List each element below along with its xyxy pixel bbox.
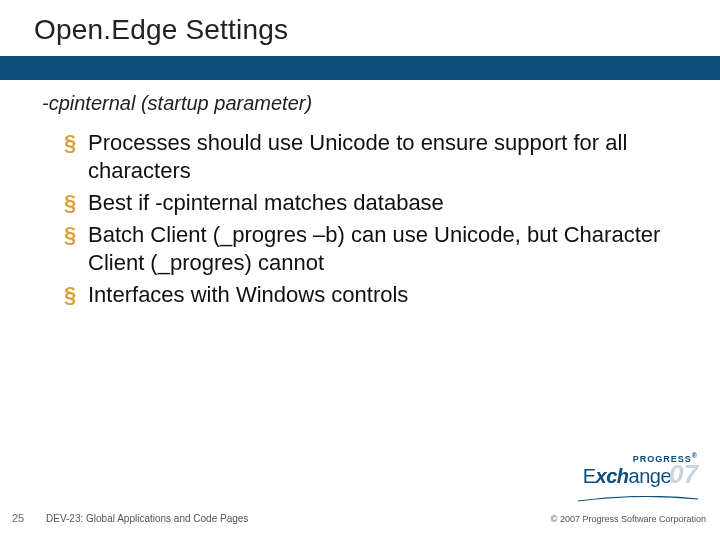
bullet-icon: § bbox=[64, 189, 88, 217]
logo-year: 07 bbox=[669, 464, 698, 484]
registered-icon: ® bbox=[692, 452, 698, 459]
title-area: Open.Edge Settings bbox=[0, 0, 720, 56]
bullet-text: Processes should use Unicode to ensure s… bbox=[88, 129, 676, 185]
list-item: § Batch Client (_progres –b) can use Uni… bbox=[64, 221, 676, 277]
bullet-icon: § bbox=[64, 221, 88, 249]
footer: PROGRESS® Exchange 07 25 DEV-23: Global … bbox=[0, 474, 720, 530]
logo-letter: E bbox=[583, 465, 596, 487]
logo-letter: xch bbox=[596, 465, 629, 487]
slide-subtitle: -cpinternal (startup parameter) bbox=[0, 80, 720, 129]
progress-exchange-logo: PROGRESS® Exchange 07 bbox=[578, 452, 698, 506]
footer-doc-title: DEV-23: Global Applications and Code Pag… bbox=[46, 513, 248, 524]
bullet-list: § Processes should use Unicode to ensure… bbox=[0, 129, 720, 309]
bullet-icon: § bbox=[64, 281, 88, 309]
slide: Open.Edge Settings -cpinternal (startup … bbox=[0, 0, 720, 540]
list-item: § Interfaces with Windows controls bbox=[64, 281, 676, 309]
copyright-text: © 2007 Progress Software Corporation bbox=[551, 514, 706, 524]
logo-main-row: Exchange 07 bbox=[578, 464, 698, 488]
list-item: § Best if -cpinternal matches database bbox=[64, 189, 676, 217]
slide-title: Open.Edge Settings bbox=[34, 14, 720, 46]
slide-number: 25 bbox=[12, 512, 24, 524]
logo-letter: ange bbox=[629, 465, 672, 487]
swoosh-icon bbox=[578, 496, 698, 502]
list-item: § Processes should use Unicode to ensure… bbox=[64, 129, 676, 185]
accent-bar bbox=[0, 56, 720, 80]
bullet-icon: § bbox=[64, 129, 88, 157]
bullet-text: Batch Client (_progres –b) can use Unico… bbox=[88, 221, 676, 277]
bullet-text: Best if -cpinternal matches database bbox=[88, 189, 444, 217]
logo-exchange-word: Exchange bbox=[583, 465, 671, 488]
bullet-text: Interfaces with Windows controls bbox=[88, 281, 408, 309]
